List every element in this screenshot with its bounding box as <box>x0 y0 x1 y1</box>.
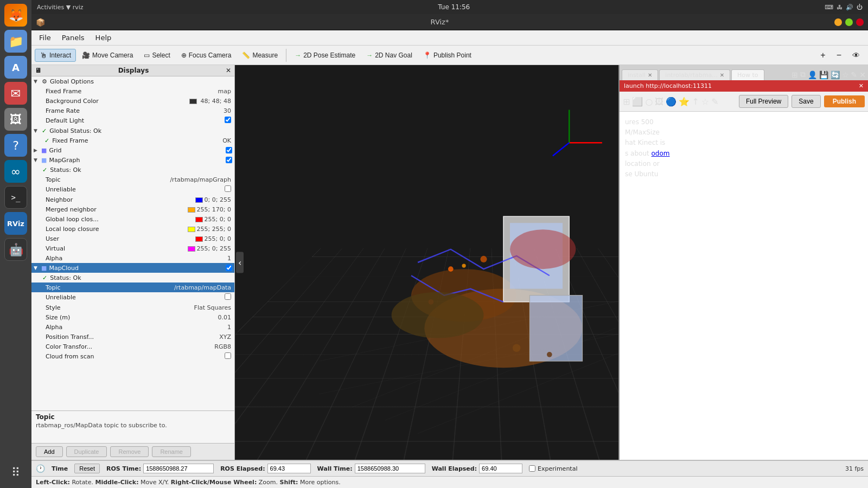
add-button[interactable]: Add <box>36 446 63 457</box>
measure-button[interactable]: 📏 Measure <box>237 49 283 61</box>
save-page-icon[interactable]: 💾 <box>819 70 828 79</box>
interact-button[interactable]: 🖱 Interact <box>35 49 76 62</box>
tree-row-global-options[interactable]: ▼ ⚙ Global Options <box>31 76 234 86</box>
default-light-checkbox[interactable] <box>225 117 231 123</box>
cloud-scan-checkbox[interactable] <box>225 352 231 359</box>
browser-tab-install[interactable]: install ✕ <box>622 69 658 80</box>
tree-row-virtual[interactable]: Virtual 255; 0; 255 <box>31 243 234 253</box>
tab-introlab-close[interactable]: ✕ <box>720 72 724 78</box>
odom-link[interactable]: odom <box>652 150 670 157</box>
sidebar-icon-arduino[interactable]: ∞ <box>4 160 27 183</box>
sidebar-icon-rviz[interactable]: RViz <box>4 212 27 235</box>
refresh-icon[interactable]: 🔵 <box>666 97 676 107</box>
sidebar-icon-firefox[interactable]: 🦊 <box>4 4 27 27</box>
profile-icon[interactable]: 👤 <box>808 70 817 79</box>
wall-elapsed-input[interactable] <box>479 464 522 473</box>
tree-row-mapcloud[interactable]: ▼ ■ MapCloud <box>31 263 234 273</box>
star-icon[interactable]: ☆ <box>842 70 849 79</box>
browser-tab-howto[interactable]: How to <box>731 69 764 80</box>
reset-button[interactable]: Reset <box>74 464 100 473</box>
tree-row-pos-transform[interactable]: Position Transf... XYZ <box>31 332 234 342</box>
tree-row-mapcloud-status[interactable]: ✓ Status: Ok <box>31 273 234 282</box>
menu-file[interactable]: File <box>35 33 55 43</box>
activities-label[interactable]: Activities <box>37 4 64 11</box>
full-preview-button[interactable]: Full Preview <box>739 95 788 108</box>
bookmark-star-icon[interactable]: ☆ <box>701 97 709 107</box>
sync-icon[interactable]: 🔄 <box>831 70 840 79</box>
tree-row-style[interactable]: Style Flat Squares <box>31 303 234 312</box>
displays-close-icon[interactable]: ✕ <box>226 67 231 74</box>
tree-row-neighbor[interactable]: Neighbor 0; 0; 255 <box>31 195 234 204</box>
close-button[interactable] <box>856 18 864 26</box>
history-icon[interactable]: ⧉ <box>800 70 806 79</box>
sidebar-icon-help[interactable]: ? <box>4 134 27 157</box>
grid-checkbox[interactable] <box>226 147 232 153</box>
save-button[interactable]: Save <box>792 95 820 108</box>
window-icon[interactable]: ⬜ <box>632 97 643 107</box>
pose-estimate-button[interactable]: → 2D Pose Estimate <box>290 49 360 61</box>
bookmarks-icon[interactable]: ⊞ <box>792 70 798 79</box>
tree-row-default-light[interactable]: Default Light <box>31 115 234 126</box>
circle-icon[interactable]: ○ <box>645 97 653 107</box>
sidebar-icon-apps[interactable]: ⠿ <box>4 461 27 484</box>
tree-row-mapgraph-alpha[interactable]: Alpha 1 <box>31 253 234 263</box>
edit-icon[interactable]: ✎ <box>851 70 858 79</box>
sidebar-icon-ros[interactable]: 🤖 <box>4 238 27 261</box>
tab-install-close[interactable]: ✕ <box>648 72 652 78</box>
sidebar-icon-files[interactable]: 📁 <box>4 30 27 53</box>
toolbar-minus-button[interactable]: − <box>832 48 846 62</box>
ros-time-input[interactable] <box>143 464 214 473</box>
tree-row-mapgraph-topic[interactable]: Topic /rtabmap/mapGraph <box>31 175 234 184</box>
menu-help[interactable]: Help <box>91 33 116 43</box>
menu-panels[interactable]: Panels <box>58 33 89 43</box>
toolbar-plus-button[interactable]: + <box>815 48 830 62</box>
tree-row-local-loop[interactable]: Local loop closure 255; 255; 0 <box>31 224 234 234</box>
sidebar-icon-terminal[interactable]: >_ <box>4 186 27 209</box>
publish-button[interactable]: Publish <box>824 95 865 107</box>
toolbar-camera-button[interactable]: 👁 <box>847 49 865 62</box>
wall-time-input[interactable] <box>355 464 425 473</box>
tree-row-mapgraph[interactable]: ▼ ■ MapGraph <box>31 155 234 165</box>
sidebar-icon-office[interactable]: A <box>4 56 27 79</box>
image-icon[interactable]: 🖼 <box>655 97 663 107</box>
minimize-button[interactable] <box>834 18 842 26</box>
tree-row-global-fixed-frame[interactable]: ✓ Fixed Frame OK <box>31 136 234 145</box>
mapgraph-checkbox[interactable] <box>226 157 232 163</box>
select-button[interactable]: ▭ Select <box>139 49 175 61</box>
tree-row-cloud-scan[interactable]: Cloud from scan <box>31 351 234 362</box>
viewport-nav-left[interactable]: ‹ <box>236 252 244 273</box>
mapcloud-checkbox[interactable] <box>226 265 232 271</box>
sidebar-icon-photos[interactable]: 🖼 <box>4 108 27 131</box>
publish-point-button[interactable]: 📍 Publish Point <box>418 49 476 61</box>
tree-row-user[interactable]: User 255; 0; 0 <box>31 234 234 243</box>
tree-row-size[interactable]: Size (m) 0.01 <box>31 312 234 322</box>
experimental-checkbox[interactable] <box>529 465 535 472</box>
tree-row-merged-neighbor[interactable]: Merged neighbor 255; 170; 0 <box>31 204 234 214</box>
tree-row-mapcloud-topic[interactable]: Topic /rtabmap/mapData <box>31 282 234 292</box>
focus-camera-button[interactable]: ⊕ Focus Camera <box>176 49 237 61</box>
maximize-button[interactable] <box>845 18 853 26</box>
move-camera-button[interactable]: 🎥 Move Camera <box>77 49 138 61</box>
tree-row-mapgraph-unreliable[interactable]: Unreliable <box>31 184 234 195</box>
tree-row-frame-rate[interactable]: Frame Rate 30 <box>31 106 234 115</box>
browser-tab-introlab[interactable]: introlab/rtabma... ✕ <box>659 69 730 80</box>
tree-row-global-loop[interactable]: Global loop clos... 255; 0; 0 <box>31 214 234 224</box>
tree-row-global-status[interactable]: ▼ ✓ Global Status: Ok <box>31 126 234 136</box>
tree-row-mapcloud-unreliable[interactable]: Unreliable <box>31 292 234 303</box>
tree-row-fixed-frame[interactable]: Fixed Frame map <box>31 86 234 96</box>
sidebar-icon-email[interactable]: ✉ <box>4 82 27 105</box>
close-browser-icon[interactable]: ✕ <box>859 70 866 79</box>
rename-button[interactable]: Rename <box>152 446 191 457</box>
mapcloud-unreliable-checkbox[interactable] <box>225 293 231 300</box>
ros-elapsed-input[interactable] <box>267 464 311 473</box>
nav-goal-button[interactable]: → 2D Nav Goal <box>361 49 417 61</box>
remove-button[interactable]: Remove <box>110 446 149 457</box>
tree-row-color-transform[interactable]: Color Transfor... RGB8 <box>31 342 234 351</box>
tree-row-bg-color[interactable]: Background Color 48; 48; 48 <box>31 96 234 106</box>
tree-row-grid[interactable]: ▶ ■ Grid <box>31 145 234 155</box>
tree-row-alpha[interactable]: Alpha 1 <box>31 322 234 332</box>
bell-icon[interactable]: ⭐ <box>679 97 690 107</box>
table-icon[interactable]: ⊞ <box>623 97 630 107</box>
tree-row-mapgraph-status[interactable]: ✓ Status: Ok <box>31 165 234 175</box>
duplicate-button[interactable]: Duplicate <box>66 446 107 457</box>
